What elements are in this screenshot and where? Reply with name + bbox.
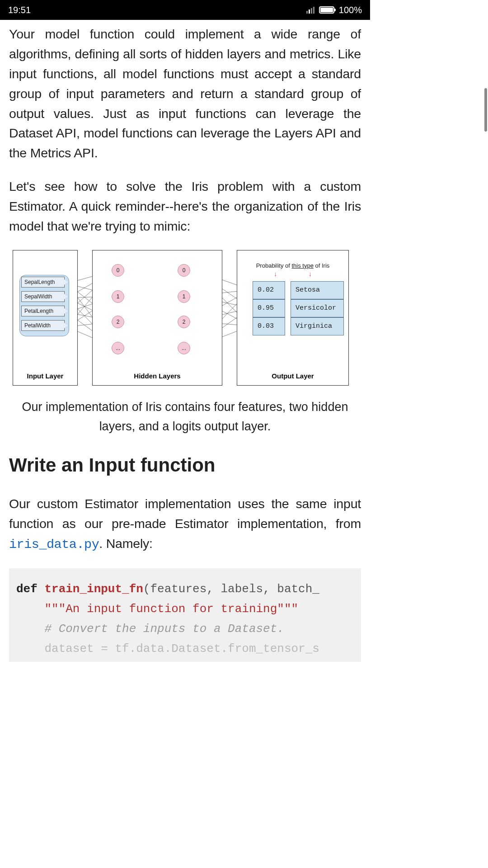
status-time: 19:51 xyxy=(8,5,31,15)
hidden-layers-panel: 0 1 2 ... 0 1 2 ... Hidden Layers xyxy=(92,250,222,386)
hidden-node: 0 xyxy=(112,264,124,277)
iris-data-link[interactable]: iris_data.py xyxy=(9,537,99,552)
output-prob: 0.95 xyxy=(253,299,285,317)
feature-petal-width: PetalWidth xyxy=(21,320,65,331)
feature-sepal-width: SepalWidth xyxy=(21,291,65,302)
code-block[interactable]: def train_input_fn(features, labels, bat… xyxy=(9,568,361,662)
output-class: Setosa xyxy=(291,281,344,299)
output-row: 0.03 Virginica xyxy=(253,317,344,335)
battery-percent: 100% xyxy=(339,5,362,15)
input-layer-panel: SepalLength SepalWidth PetalLength Petal… xyxy=(13,250,78,386)
output-row: 0.02 Setosa xyxy=(253,281,344,299)
arrow-down-icon: ↓ xyxy=(274,270,277,278)
hidden-node: 1 xyxy=(178,290,190,303)
feature-petal-length: PetalLength xyxy=(21,306,65,316)
paragraph-3: Our custom Estimator implementation uses… xyxy=(9,494,361,555)
feature-sepal-length: SepalLength xyxy=(21,277,65,288)
output-prob: 0.02 xyxy=(253,281,285,299)
output-class: Versicolor xyxy=(291,299,344,317)
output-layer-panel: Probability of this type of Iris ↓↓ 0.02… xyxy=(237,250,349,386)
output-prob: 0.03 xyxy=(253,317,285,335)
status-bar: 19:51 100% xyxy=(0,0,370,20)
hidden-node: 0 xyxy=(178,264,190,277)
battery-icon xyxy=(319,6,334,14)
signal-icon xyxy=(306,6,314,14)
hidden-node: ... xyxy=(112,342,124,354)
output-row: 0.95 Versicolor xyxy=(253,299,344,317)
hidden-layers-title: Hidden Layers xyxy=(93,372,222,380)
output-layer-title: Output Layer xyxy=(237,372,348,380)
section-heading: Write an Input function xyxy=(9,454,361,476)
paragraph-1: Your model function could implement a wi… xyxy=(9,24,361,163)
output-class: Virginica xyxy=(291,317,344,335)
status-right: 100% xyxy=(306,5,362,15)
hidden-node: 2 xyxy=(112,316,124,328)
output-header: Probability of this type of Iris xyxy=(237,262,348,269)
paragraph-2: Let's see how to solve the Iris problem … xyxy=(9,177,361,236)
hidden-node: 2 xyxy=(178,316,190,328)
input-layer-title: Input Layer xyxy=(13,372,77,380)
network-diagram: SepalLength SepalWidth PetalLength Petal… xyxy=(9,250,361,386)
arrow-down-icon: ↓ xyxy=(309,270,312,278)
hidden-node: ... xyxy=(178,342,190,354)
hidden-node: 1 xyxy=(112,290,124,303)
diagram-caption: Our implementation of Iris contains four… xyxy=(9,397,361,436)
article-content[interactable]: Your model function could implement a wi… xyxy=(0,20,370,662)
